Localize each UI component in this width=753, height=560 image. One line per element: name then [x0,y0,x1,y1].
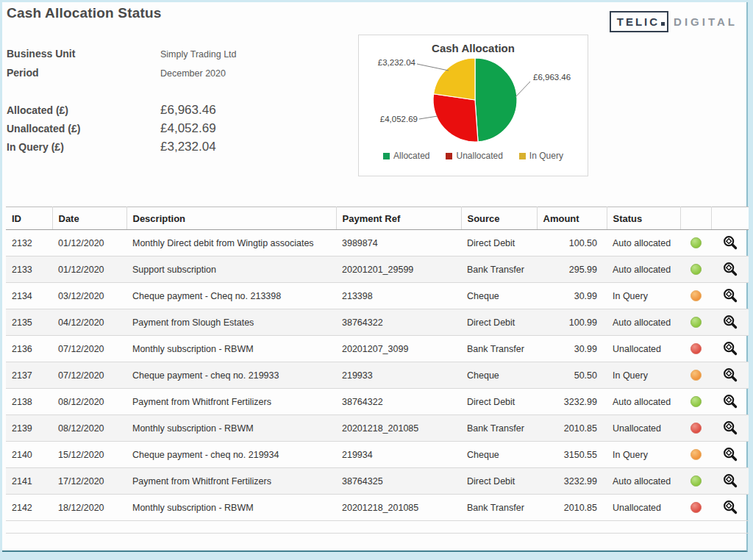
table-row: 213707/12/2020Cheque payment - cheq no. … [6,362,749,389]
pie-slice-allocated [475,58,517,142]
cell-actions [711,442,749,468]
cell-description: Support subscription [126,256,336,283]
leader-line-allocated [515,82,530,97]
cell-amount: 3232.99 [537,468,607,495]
cell-date: 04/12/2020 [52,309,126,336]
cell-id: 2138 [6,389,52,415]
cell-id: 2139 [6,415,52,442]
table-body: 213201/12/2020Monthly Direct debit from … [6,230,749,534]
magnifier-icon [722,287,738,304]
cell-source: Bank Transfer [461,495,537,521]
cell-actions [711,283,749,309]
pie-slice-unallocated [433,94,478,142]
view-details-button[interactable] [721,471,740,490]
cell-actions [711,415,749,442]
magnifier-icon [722,420,738,436]
magnifier-icon [722,473,738,489]
pie-label-unallocated: £4,052.69 [380,115,418,123]
legend-swatch-icon [383,153,390,159]
cell-description: Monthly Direct debit from Wingtip associ… [126,230,336,256]
magnifier-icon [722,499,738,515]
view-details-button[interactable] [721,365,740,384]
magnifier-icon [722,234,738,251]
cell-status: Auto allocated [607,230,680,256]
period-row: Period December 2020 [7,67,237,86]
cell-payment-ref: 3989874 [336,230,461,256]
col-header-actions [711,207,749,230]
cell-id: 2140 [6,442,52,468]
view-details-button[interactable] [721,498,740,517]
magnifier-icon [722,393,738,409]
cell-status-light [680,283,711,309]
logo-box-text: TELIC [617,15,660,28]
cell-actions [711,362,749,389]
cell-id: 2142 [6,495,52,521]
cell-id: 2132 [6,230,52,256]
cell-description: Cheque payment - cheq no. 219934 [126,442,336,468]
cell-description: Monthly subscription - RBWM [126,495,336,521]
view-details-button[interactable] [721,339,740,358]
col-header-date: Date [52,207,126,230]
cell-actions [711,495,749,521]
view-details-button[interactable] [721,259,740,279]
cell-description: Payment from Whitfront Fertilizers [126,389,336,415]
status-light-green [690,475,702,487]
view-details-button[interactable] [721,233,740,252]
view-details-button[interactable] [721,392,740,411]
cell-source: Direct Debit [461,389,537,415]
in-query-total-row: In Query (£) £3,232.04 [7,140,216,158]
legend-swatch-icon [519,153,526,159]
cell-id: 2134 [6,283,52,309]
view-details-button[interactable] [721,445,740,464]
cell-id: 2133 [6,256,52,283]
table-row: 213908/12/2020Monthly subscription - RBW… [6,415,749,442]
cell-id: 2135 [6,309,52,336]
legend-label: Unallocated [456,151,502,161]
cell-status: Unallocated [607,415,680,442]
view-details-button[interactable] [721,418,740,437]
cell-actions [711,468,749,495]
empty-cell [6,521,749,534]
cell-payment-ref: 20201218_201085 [336,415,461,442]
cell-id: 2141 [6,468,52,495]
cell-status-light [680,230,711,256]
cell-source: Bank Transfer [461,256,537,283]
legend-item-in-query: In Query [519,151,563,161]
leader-line-unallocated [419,116,438,119]
table-row: 213403/12/2020Cheque payment - Cheq no. … [6,283,749,309]
cell-source: Direct Debit [461,309,537,336]
col-header-payment-ref: Payment Ref [336,207,461,230]
table-row: 214015/12/2020Cheque payment - cheq no. … [6,442,749,468]
unallocated-total-value: £4,052.69 [160,121,216,136]
cell-amount: 50.50 [537,362,607,389]
allocated-total-value: £6,963.46 [160,103,216,118]
cell-source: Bank Transfer [461,336,537,362]
magnifier-icon [722,367,738,383]
cell-payment-ref: 20201218_201085 [336,495,461,521]
cell-source: Cheque [461,362,537,389]
pie-slice-in-query [434,58,475,100]
col-header-description: Description [126,207,336,230]
magnifier-icon [722,314,738,330]
view-details-button[interactable] [721,286,740,305]
col-header-status-light [680,207,711,230]
table-row: 213504/12/2020Payment from Slough Estate… [6,309,749,336]
status-light-green [690,264,702,275]
cell-actions [711,389,749,415]
cell-status-light [680,495,711,521]
view-details-button[interactable] [721,312,740,331]
pie-label-allocated: £6,963.46 [533,73,571,82]
summary-totals: Allocated (£) £6,963.46 Unallocated (£) … [7,103,216,158]
cell-date: 18/12/2020 [52,495,126,521]
page-title: Cash Allocation Status [7,5,162,21]
cell-amount: 30.99 [537,283,607,309]
logo-suffix: DIGITAL [674,15,738,28]
business-unit-label: Business Unit [7,48,160,60]
cell-description: Cheque payment - Cheq no. 213398 [126,283,336,309]
business-unit-row: Business Unit Simply Trading Ltd [7,48,237,67]
col-header-amount: Amount [537,207,607,230]
table-row: 214218/12/2020Monthly subscription - RBW… [6,495,749,521]
cell-payment-ref: 219933 [336,362,461,389]
legend-item-unallocated: Unallocated [446,151,502,161]
cell-actions [711,309,749,336]
